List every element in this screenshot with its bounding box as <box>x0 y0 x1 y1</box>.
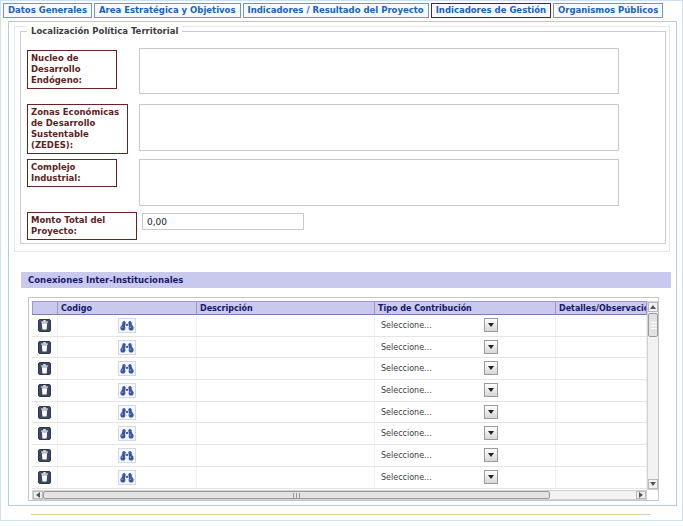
vertical-scrollbar[interactable] <box>647 301 659 490</box>
detalles-cell[interactable] <box>556 402 647 423</box>
tipo-contribucion-select[interactable]: Seleccione... <box>378 470 498 485</box>
chevron-down-icon <box>488 475 494 482</box>
tab-datos-generales[interactable]: Datos Generales <box>3 3 92 18</box>
fieldset-legend: Localización Política Territorial <box>27 26 182 36</box>
delete-row-button[interactable] <box>38 384 51 397</box>
label-monto-total: Monto Total del Proyecto: <box>27 212 137 240</box>
select-value: Seleccione... <box>378 405 498 420</box>
trash-icon <box>40 450 49 460</box>
actions-cell <box>32 380 58 401</box>
descripcion-cell[interactable] <box>197 337 375 358</box>
detalles-cell[interactable] <box>556 445 647 466</box>
codigo-cell <box>58 445 197 466</box>
trash-icon <box>40 407 49 417</box>
trash-icon <box>40 385 49 395</box>
arrow-left-icon[interactable] <box>33 491 43 499</box>
table-row: Seleccione... <box>32 380 647 402</box>
tipo-contribucion-cell: Seleccione... <box>375 467 556 488</box>
descripcion-cell[interactable] <box>197 380 375 401</box>
column-header-codigo: Codigo <box>58 301 197 315</box>
select-value: Seleccione... <box>378 448 498 463</box>
tipo-contribucion-select[interactable]: Seleccione... <box>378 361 498 376</box>
tipo-contribucion-select[interactable]: Seleccione... <box>378 340 498 355</box>
delete-row-button[interactable] <box>38 471 51 484</box>
dropdown-arrow-button[interactable] <box>484 361 498 375</box>
select-value: Seleccione... <box>378 340 498 355</box>
tab-organismos-publicos[interactable]: Organismos Públicos <box>553 3 663 18</box>
dropdown-arrow-button[interactable] <box>484 318 498 332</box>
binoculars-search-icon[interactable] <box>118 405 136 420</box>
binoculars-search-icon[interactable] <box>118 318 136 333</box>
page-background: Datos Generales Area Estratégica y Objet… <box>0 0 683 521</box>
dropdown-arrow-button[interactable] <box>484 383 498 397</box>
binoculars-search-icon[interactable] <box>118 340 136 355</box>
zedes-textarea[interactable] <box>139 104 619 151</box>
tab-area-estrategica[interactable]: Area Estratégica y Objetivos <box>94 3 241 18</box>
chevron-down-icon <box>488 453 494 460</box>
horizontal-scrollbar[interactable] <box>32 490 647 500</box>
descripcion-cell[interactable] <box>197 358 375 379</box>
dropdown-arrow-button[interactable] <box>484 426 498 440</box>
detalles-cell[interactable] <box>556 337 647 358</box>
codigo-cell <box>58 315 197 336</box>
codigo-cell <box>58 423 197 444</box>
detalles-cell[interactable] <box>556 423 647 444</box>
actions-cell <box>32 445 58 466</box>
tipo-contribucion-select[interactable]: Seleccione... <box>378 426 498 441</box>
vertical-scrollbar-thumb[interactable] <box>648 313 658 337</box>
codigo-cell <box>58 358 197 379</box>
binoculars-search-icon[interactable] <box>118 361 136 376</box>
scrollbar-grip <box>293 493 301 498</box>
trash-icon <box>40 429 49 439</box>
tab-indicadores-gestion[interactable]: Indicadores de Gestión <box>431 3 551 18</box>
dropdown-arrow-button[interactable] <box>484 405 498 419</box>
binoculars-search-icon[interactable] <box>118 426 136 441</box>
tipo-contribucion-select[interactable]: Seleccione... <box>378 405 498 420</box>
arrow-down-icon[interactable] <box>648 479 658 489</box>
binoculars-search-icon[interactable] <box>118 448 136 463</box>
chevron-down-icon <box>488 431 494 438</box>
delete-row-button[interactable] <box>38 362 51 375</box>
tipo-contribucion-cell: Seleccione... <box>375 402 556 423</box>
detalles-cell[interactable] <box>556 358 647 379</box>
complejo-industrial-textarea[interactable] <box>139 159 619 206</box>
nucleo-desarrollo-textarea[interactable] <box>139 48 619 94</box>
tipo-contribucion-select[interactable]: Seleccione... <box>378 318 498 333</box>
trash-icon <box>40 320 49 330</box>
detalles-cell[interactable] <box>556 315 647 336</box>
delete-row-button[interactable] <box>38 341 51 354</box>
delete-row-button[interactable] <box>38 319 51 332</box>
dropdown-arrow-button[interactable] <box>484 448 498 462</box>
tipo-contribucion-select[interactable]: Seleccione... <box>378 383 498 398</box>
label-zedes: Zonas Económicas de Desarrollo Sustentab… <box>27 104 128 154</box>
descripcion-cell[interactable] <box>197 445 375 466</box>
delete-row-button[interactable] <box>38 406 51 419</box>
dropdown-arrow-button[interactable] <box>484 340 498 354</box>
actions-cell <box>32 358 58 379</box>
descripcion-cell[interactable] <box>197 467 375 488</box>
horizontal-scrollbar-thumb[interactable] <box>43 491 550 499</box>
descripcion-cell[interactable] <box>197 402 375 423</box>
descripcion-cell[interactable] <box>197 315 375 336</box>
arrow-right-icon[interactable] <box>636 491 646 499</box>
binoculars-search-icon[interactable] <box>118 470 136 485</box>
binoculars-search-icon[interactable] <box>118 383 136 398</box>
monto-total-input[interactable] <box>142 213 304 230</box>
detalles-cell[interactable] <box>556 380 647 401</box>
tipo-contribucion-cell: Seleccione... <box>375 423 556 444</box>
chevron-down-icon <box>488 366 494 373</box>
delete-row-button[interactable] <box>38 427 51 440</box>
delete-row-button[interactable] <box>38 449 51 462</box>
tab-indicadores-resultado[interactable]: Indicadores / Resultado del Proyecto <box>243 3 429 18</box>
descripcion-cell[interactable] <box>197 423 375 444</box>
trash-icon <box>40 364 49 374</box>
detalles-cell[interactable] <box>556 467 647 488</box>
tipo-contribucion-select[interactable]: Seleccione... <box>378 448 498 463</box>
label-complejo-industrial: Complejo Industrial: <box>27 159 117 187</box>
dropdown-arrow-button[interactable] <box>484 470 498 484</box>
conexiones-section-title: Conexiones Inter-Institucionales <box>21 272 671 288</box>
localizacion-fieldset: Localización Política Territorial Nucleo… <box>20 31 666 244</box>
tipo-contribucion-cell: Seleccione... <box>375 445 556 466</box>
arrow-up-icon[interactable] <box>648 302 658 312</box>
codigo-cell <box>58 380 197 401</box>
